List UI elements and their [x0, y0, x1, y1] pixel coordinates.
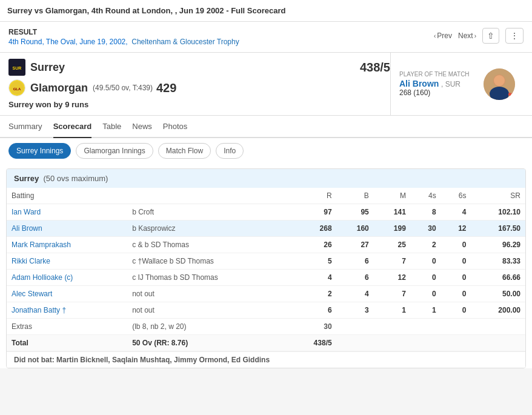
tab-summary[interactable]: Summary	[8, 116, 42, 138]
potm-label: PLAYER OF THE MATCH	[399, 71, 477, 78]
sixes: 4	[441, 204, 471, 221]
player-name[interactable]: Ian Ward	[12, 208, 41, 216]
sixes: 0	[441, 270, 471, 286]
next-button[interactable]: Next ›	[458, 32, 476, 40]
scorecard-header: Surrey (50 ovs maximum)	[7, 169, 525, 188]
balls: 4	[337, 286, 374, 302]
runs: 268	[290, 221, 337, 237]
result-competition: Cheltenham & Gloucester Trophy	[131, 38, 239, 46]
strike-rate: 102.10	[471, 204, 525, 221]
did-not-bat-label: Did not bat:	[14, 356, 55, 364]
minutes: 141	[374, 204, 411, 221]
player-of-match: PLAYER OF THE MATCH Ali Brown , SUR 268 …	[390, 53, 524, 115]
did-not-bat: Did not bat: Martin Bicknell, Saqlain Mu…	[7, 351, 525, 368]
tab-photos[interactable]: Photos	[163, 116, 187, 138]
page-title: Surrey vs Glamorgan, 4th Round at London…	[0, 0, 532, 22]
dismissal-text: c & b SD Thomas	[127, 237, 289, 253]
extras-row: Extras (lb 8, nb 2, w 20) 30	[7, 319, 525, 335]
player-name[interactable]: Ali Brown	[12, 224, 42, 233]
player-name[interactable]: Rikki Clarke	[12, 257, 50, 265]
scorecard-team-name: Surrey	[14, 174, 39, 183]
balls: 95	[337, 204, 374, 221]
table-row: Jonathan Batty † not out 6 3 1 1 0 200.0…	[7, 302, 525, 319]
surrey-score: 438/5	[360, 61, 390, 75]
batting-header-row: Batting R B M 4s 6s SR	[7, 188, 525, 204]
tab-news[interactable]: News	[132, 116, 152, 138]
glamorgan-score-detail: (49.5/50 ov, T:439)	[93, 84, 153, 92]
table-row: Alec Stewart not out 2 4 7 0 0 50.00	[7, 286, 525, 302]
glamorgan-row: GLA Glamorgan (49.5/50 ov, T:439) 429	[8, 79, 390, 96]
sixes: 0	[441, 286, 471, 302]
total-row: Total 50 Ov (RR: 8.76) 438/5	[7, 335, 525, 351]
table-row: Mark Ramprakash c & b SD Thomas 26 27 25…	[7, 237, 525, 253]
result-section: RESULT 4th Round, The Oval, June 19, 200…	[0, 22, 532, 53]
col-6s: 6s	[441, 188, 471, 204]
dismissal-text: not out	[127, 302, 289, 319]
match-result-text: Surrey won by 9 runs	[8, 100, 390, 109]
glamorgan-badge-icon: GLA	[9, 80, 25, 96]
surrey-logo: SUR	[8, 59, 25, 76]
share-button[interactable]: ⇧	[482, 28, 499, 44]
sub-tab-match-flow[interactable]: Match Flow	[158, 143, 211, 159]
dismissal-text: b Croft	[127, 204, 289, 221]
fours: 0	[411, 270, 441, 286]
sub-tab-glamorgan-innings[interactable]: Glamorgan Innings	[76, 143, 153, 159]
runs: 4	[290, 270, 337, 286]
minutes: 1	[374, 302, 411, 319]
col-4s: 4s	[411, 188, 441, 204]
tab-scorecard[interactable]: Scorecard	[53, 116, 92, 138]
chevron-right-icon: ›	[474, 33, 476, 39]
fours: 30	[411, 221, 441, 237]
player-name[interactable]: Adam Hollioake (c)	[12, 273, 73, 282]
extras-value: 30	[290, 319, 337, 335]
col-b: B	[337, 188, 374, 204]
minutes: 7	[374, 286, 411, 302]
balls: 160	[337, 221, 374, 237]
player-name[interactable]: Jonathan Batty †	[12, 306, 66, 314]
result-label: RESULT	[8, 28, 239, 36]
main-tabs: Summary Scorecard Table News Photos	[0, 116, 532, 138]
prev-label: Prev	[437, 32, 452, 40]
total-detail: 50 Ov (RR: 8.76)	[127, 335, 289, 351]
prev-button[interactable]: ‹ Prev	[434, 32, 452, 40]
balls: 6	[337, 253, 374, 270]
result-nav: ‹ Prev Next › ⇧ ⋮	[434, 28, 524, 44]
sub-tab-surrey-innings[interactable]: Surrey Innings	[8, 143, 71, 159]
minutes: 25	[374, 237, 411, 253]
balls: 27	[337, 237, 374, 253]
surrey-row: SUR Surrey 438/5	[8, 59, 390, 76]
next-label: Next	[458, 32, 473, 40]
more-options-button[interactable]: ⋮	[505, 28, 524, 44]
minutes: 199	[374, 221, 411, 237]
scorecard-header-note: (50 ovs maximum)	[43, 174, 108, 183]
player-name[interactable]: Alec Stewart	[12, 290, 52, 298]
glamorgan-logo: GLA	[8, 79, 25, 96]
potm-avatar: ❤	[484, 68, 515, 100]
strike-rate: 96.29	[471, 237, 525, 253]
sixes: 12	[441, 221, 471, 237]
extras-detail: (lb 8, nb 2, w 20)	[127, 319, 289, 335]
runs: 26	[290, 237, 337, 253]
potm-score: 268 (160)	[399, 88, 477, 97]
chevron-left-icon: ‹	[434, 33, 436, 39]
teams-section: SUR Surrey 438/5 GLA Glamorgan (	[0, 53, 532, 116]
fours: 0	[411, 253, 441, 270]
strike-rate: 167.50	[471, 221, 525, 237]
fours: 8	[411, 204, 441, 221]
runs: 6	[290, 302, 337, 319]
tab-table[interactable]: Table	[102, 116, 121, 138]
player-name[interactable]: Mark Ramprakash	[12, 241, 71, 249]
sub-tab-info[interactable]: Info	[216, 143, 244, 159]
glamorgan-score: 429	[156, 81, 176, 95]
potm-team-text: , SUR	[441, 80, 461, 88]
extras-label: Extras	[7, 319, 127, 335]
sixes: 0	[441, 237, 471, 253]
sixes: 0	[441, 253, 471, 270]
table-row: Adam Hollioake (c) c IJ Thomas b SD Thom…	[7, 270, 525, 286]
table-row: Rikki Clarke c †Wallace b SD Thomas 5 6 …	[7, 253, 525, 270]
heart-icon: ❤	[508, 90, 515, 100]
sub-tabs: Surrey Innings Glamorgan Innings Match F…	[0, 138, 532, 164]
teams-left: SUR Surrey 438/5 GLA Glamorgan (	[8, 53, 390, 115]
result-info: RESULT 4th Round, The Oval, June 19, 200…	[8, 28, 239, 46]
table-row: Ali Brown b Kasprowicz 268 160 199 30 12…	[7, 221, 525, 237]
